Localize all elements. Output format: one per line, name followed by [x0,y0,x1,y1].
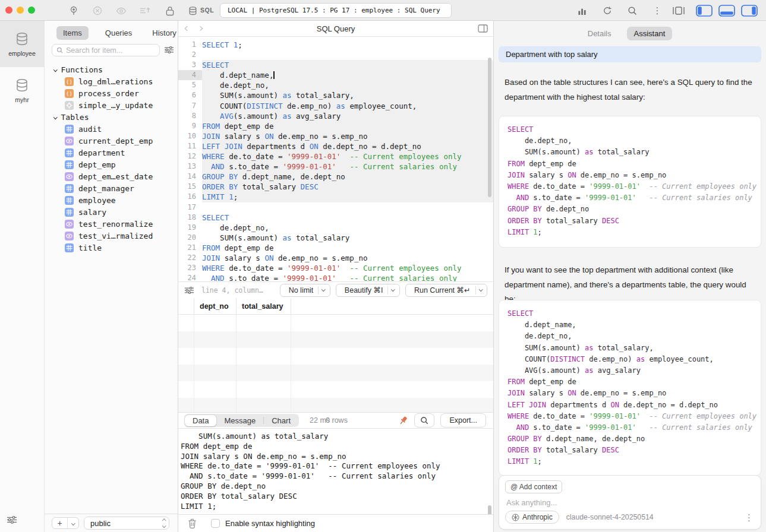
sidebar-item-salary[interactable]: salary [45,206,178,218]
table-row[interactable] [178,348,493,365]
toggle-bottom-panel-button[interactable] [718,5,736,16]
editor-scrollbar[interactable] [488,58,491,197]
table-row[interactable] [178,398,493,412]
search-input[interactable]: Search for item... [52,44,160,56]
add-item-button[interactable]: + [52,517,79,529]
chart-icon[interactable] [575,5,590,16]
column-header-total-salary[interactable]: total_salary [237,298,291,314]
assistant-options-icon[interactable]: ⋮ [745,513,754,522]
center-window-icon[interactable] [672,5,686,16]
table-row[interactable] [178,365,493,381]
search-icon[interactable] [625,5,639,16]
code-line[interactable]: 1SELECT 1; [178,40,493,50]
database-icon[interactable] [185,5,200,16]
sql-code-editor[interactable]: 1SELECT 1;23SELECT4 d.dept_name,5 de.dep… [178,37,493,281]
sidebar-item-test-vi-rmalized[interactable]: test_vi…rmalized [45,230,178,242]
sidebar-filter-icon[interactable] [164,46,174,56]
toggle-left-panel-button[interactable] [695,5,713,16]
close-window-button[interactable] [5,7,12,14]
minimize-window-button[interactable] [17,7,24,14]
connection-myhr[interactable]: myhr [0,67,44,113]
sidebar-item-audit[interactable]: audit [45,123,178,135]
lock-icon[interactable] [163,5,177,16]
connection-employee[interactable]: employee [0,21,44,67]
code-line[interactable]: 13 AND s.to_date = '9999-01-01' -- Curre… [178,162,493,172]
code-line[interactable]: 18SELECT [178,213,493,223]
code-line[interactable]: 7 COUNT(DISTINCT de.emp_no) as employee_… [178,101,493,111]
conversation-title[interactable]: Department with top salary [499,46,761,62]
sidebar-item-department[interactable]: department [45,147,178,159]
pin-icon[interactable] [398,416,408,426]
code-line[interactable]: 16LIMIT 1; [178,192,493,202]
code-line[interactable]: 17 [178,202,493,213]
code-line[interactable]: 2 [178,50,493,60]
sidebar-item-test-renormalize[interactable]: test_renormalize [45,218,178,230]
code-line[interactable]: 12WHERE de.to_date = '9999-01-01' -- Cur… [178,151,493,162]
dock-settings-icon[interactable] [7,515,17,527]
tab-chart[interactable]: Chart [264,415,298,426]
tab-message[interactable]: Message [216,415,263,426]
sidebar-item-dept-manager[interactable]: dept_manager [45,182,178,194]
code-line[interactable]: 10JOIN salary s ON de.emp_no = s.emp_no [178,131,493,141]
code-line[interactable]: 4 d.dept_name, [178,70,493,80]
table-row[interactable] [178,381,493,398]
export-button[interactable]: Export... [440,413,486,428]
tab-details[interactable]: Details [588,29,611,38]
code-line[interactable]: 6 SUM(s.amount) as total_salary, [178,90,493,100]
code-line[interactable]: 20 SUM(s.amount) as total_salary [178,233,493,243]
limit-select[interactable]: No limit [280,284,330,297]
sidebar-item-process-order[interactable]: ()process_order [45,87,178,99]
code-line[interactable]: 5 de.dept_no, [178,80,493,90]
tab-queries[interactable]: Queries [102,26,136,40]
column-header-dept-no[interactable]: dept_no [194,298,237,314]
connection-pin-icon[interactable] [67,5,81,16]
provider-select[interactable]: Anthropic [505,511,559,524]
add-context-button[interactable]: @ Add context [505,480,562,493]
trash-icon[interactable] [188,518,197,528]
sidebar-item-current-dept-emp[interactable]: current_dept_emp [45,135,178,147]
tree-section-functions[interactable]: Functions [45,64,178,75]
tab-history[interactable]: History [149,26,179,40]
tab-assistant[interactable]: Assistant [627,27,673,40]
sidebar-item-log-dml-erations[interactable]: ()log_dml…erations [45,75,178,87]
ask-input[interactable]: Ask anything... [506,498,557,507]
code-line[interactable]: 8 AVG(s.amount) as avg_salary [178,111,493,121]
window-title[interactable]: LOCAL | PostgreSQL 17.5 : PG 17 : employ… [220,3,452,18]
table-row[interactable] [178,331,493,348]
tree-section-tables[interactable]: Tables [45,111,178,123]
beautify-button[interactable]: Beautify ⌘I [336,284,400,297]
run-current-button[interactable]: Run Current ⌘↵ [405,284,487,297]
code-line[interactable]: 21FROM dept_emp de [178,243,493,253]
zoom-window-button[interactable] [28,7,35,14]
code-line[interactable]: 3SELECT [178,60,493,70]
code-line[interactable]: 22JOIN salary s ON de.emp_no = s.emp_no [178,253,493,263]
code-line[interactable]: 24 AND s.to_date = '9999-01-01' -- Curre… [178,273,493,281]
tab-data[interactable]: Data [185,415,216,426]
nav-forward-icon[interactable] [194,27,207,30]
message-log[interactable]: SUM(s.amount) as total_salaryFROM dept_e… [178,429,493,514]
sidebar-item-simple-y-update[interactable]: simple_…y_update [45,99,178,111]
search-results-button[interactable] [414,413,434,428]
refresh-icon[interactable] [600,5,614,16]
more-options-icon[interactable]: ⋮ [650,5,664,16]
toggle-right-panel-button[interactable] [740,5,758,16]
code-line[interactable]: 14GROUP BY d.dept_name, de.dept_no [178,172,493,182]
sidebar-item-dept-emp[interactable]: dept_emp [45,159,178,170]
code-line[interactable]: 9FROM dept_emp de [178,121,493,131]
split-view-icon[interactable] [478,24,488,35]
code-line[interactable]: 11LEFT JOIN departments d ON de.dept_no … [178,141,493,151]
disconnect-icon[interactable] [90,5,105,16]
sidebar-item-title[interactable]: title [45,242,178,254]
code-line[interactable]: 15ORDER BY total_salary DESC [178,182,493,192]
syntax-highlighting-checkbox[interactable] [211,519,220,528]
nav-back-icon[interactable] [181,27,194,30]
sidebar-item-employee[interactable]: employee [45,194,178,206]
schema-select[interactable]: public [84,517,169,530]
code-line[interactable]: 19 de.dept_no, [178,223,493,233]
table-row[interactable] [178,315,493,331]
tab-items[interactable]: Items [56,26,89,40]
commit-log-icon[interactable] [138,5,152,16]
preview-eye-icon[interactable] [114,5,128,16]
sidebar-item-dept-em-est-date[interactable]: dept_em…est_date [45,170,178,182]
editor-settings-icon[interactable] [184,286,194,294]
